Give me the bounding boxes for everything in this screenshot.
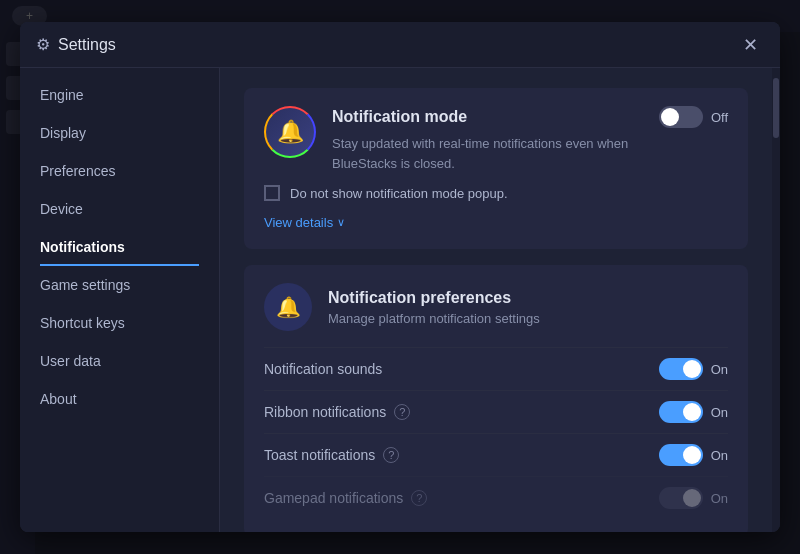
sidebar-item-preferences[interactable]: Preferences [20, 152, 219, 190]
sidebar-item-notifications[interactable]: Notifications [20, 228, 219, 266]
notification-sounds-right: On [659, 358, 728, 380]
notification-mode-toggle-label: Off [711, 110, 728, 125]
view-details-link[interactable]: View details ∨ [264, 215, 345, 230]
no-popup-checkbox[interactable] [264, 185, 280, 201]
notification-sounds-label: Notification sounds [264, 361, 382, 377]
notification-preferences-icon: 🔔 [264, 283, 312, 331]
setting-row-ribbon-notifications: Ribbon notifications ? On [264, 390, 728, 433]
toast-notifications-label: Toast notifications ? [264, 447, 399, 463]
notification-sounds-toggle-label: On [711, 362, 728, 377]
toast-notifications-info-icon[interactable]: ? [383, 447, 399, 463]
chevron-down-icon: ∨ [337, 216, 345, 229]
dialog-body: Engine Display Preferences Device Notifi… [20, 68, 780, 532]
toast-notifications-right: On [659, 444, 728, 466]
ribbon-notifications-right: On [659, 401, 728, 423]
dialog-scrollbar[interactable] [772, 68, 780, 532]
gamepad-notifications-info-icon[interactable]: ? [411, 490, 427, 506]
sidebar-item-device[interactable]: Device [20, 190, 219, 228]
notification-bell-icon: 🔔 [264, 106, 316, 158]
setting-row-toast-notifications: Toast notifications ? On [264, 433, 728, 476]
ribbon-notifications-label: Ribbon notifications ? [264, 404, 410, 420]
ribbon-notifications-toggle-label: On [711, 405, 728, 420]
toast-notifications-toggle[interactable] [659, 444, 703, 466]
main-content: 🔔 Notification mode Off Stay updated wit… [220, 68, 772, 532]
notification-sounds-toggle[interactable] [659, 358, 703, 380]
gamepad-notifications-toggle [659, 487, 703, 509]
settings-sidebar: Engine Display Preferences Device Notifi… [20, 68, 220, 532]
sidebar-item-display[interactable]: Display [20, 114, 219, 152]
modal-overlay: ⚙ Settings ✕ Engine Display Preferences … [0, 0, 800, 554]
notification-mode-toggle[interactable] [659, 106, 703, 128]
gear-icon: ⚙ [36, 35, 50, 54]
notification-preferences-title: Notification preferences [328, 289, 540, 307]
setting-row-gamepad-notifications: Gamepad notifications ? On [264, 476, 728, 519]
notification-mode-card: 🔔 Notification mode Off Stay updated wit… [244, 88, 748, 249]
gamepad-notifications-toggle-label: On [711, 491, 728, 506]
notification-preferences-card: 🔔 Notification preferences Manage platfo… [244, 265, 748, 532]
settings-dialog: ⚙ Settings ✕ Engine Display Preferences … [20, 22, 780, 532]
notification-mode-header: 🔔 Notification mode Off Stay updated wit… [264, 106, 728, 185]
notification-mode-content: Notification mode Off Stay updated with … [332, 106, 728, 185]
notification-preferences-text: Notification preferences Manage platform… [328, 289, 540, 326]
scrollbar-thumb [773, 78, 779, 138]
notification-preferences-desc: Manage platform notification settings [328, 311, 540, 326]
sidebar-item-shortcut-keys[interactable]: Shortcut keys [20, 304, 219, 342]
gamepad-notifications-right: On [659, 487, 728, 509]
notification-mode-title: Notification mode [332, 108, 467, 126]
ribbon-notifications-info-icon[interactable]: ? [394, 404, 410, 420]
close-button[interactable]: ✕ [736, 31, 764, 59]
sidebar-item-game-settings[interactable]: Game settings [20, 266, 219, 304]
notification-preferences-header: 🔔 Notification preferences Manage platfo… [264, 283, 728, 331]
notification-mode-title-row: Notification mode Off [332, 106, 728, 128]
view-details-text: View details [264, 215, 333, 230]
ribbon-notifications-toggle[interactable] [659, 401, 703, 423]
setting-row-notification-sounds: Notification sounds On [264, 347, 728, 390]
notification-mode-toggle-row: Off [659, 106, 728, 128]
gamepad-notifications-label: Gamepad notifications ? [264, 490, 427, 506]
sidebar-item-engine[interactable]: Engine [20, 76, 219, 114]
dialog-titlebar: ⚙ Settings ✕ [20, 22, 780, 68]
checkbox-label: Do not show notification mode popup. [290, 186, 508, 201]
toast-notifications-toggle-label: On [711, 448, 728, 463]
sidebar-item-about[interactable]: About [20, 380, 219, 418]
dialog-title: Settings [58, 36, 736, 54]
checkbox-row: Do not show notification mode popup. [264, 185, 728, 201]
sidebar-item-user-data[interactable]: User data [20, 342, 219, 380]
notification-mode-description: Stay updated with real-time notification… [332, 134, 728, 173]
